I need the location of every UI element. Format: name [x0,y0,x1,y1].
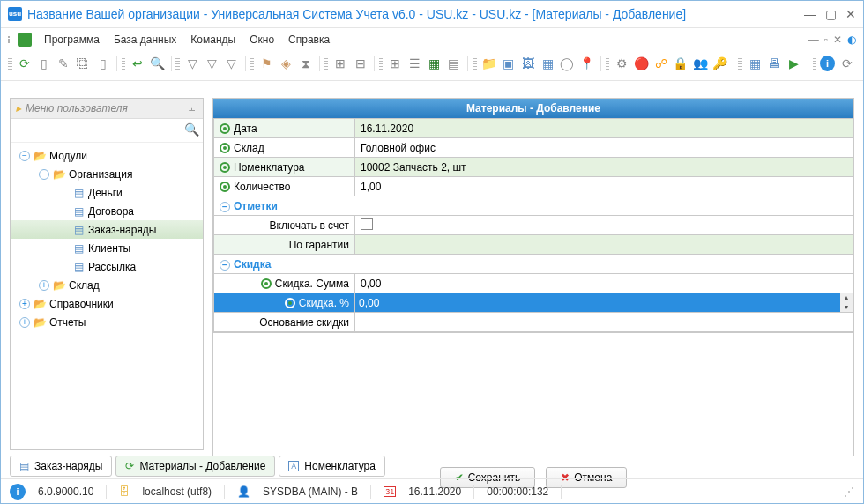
tb-pin-icon[interactable]: 📍 [578,54,596,73]
tab-orders[interactable]: ▤Заказ-наряды [10,456,112,477]
tree-item[interactable]: +▤Клиенты [11,239,203,257]
menu-help[interactable]: Справка [281,33,337,46]
tb-new-icon[interactable]: ▯ [35,54,53,73]
tb-image-icon[interactable]: 🖼 [519,54,537,73]
tb-filter-icon[interactable]: ▽ [183,54,201,73]
search-icon[interactable]: 🔍 [184,122,199,138]
label-discount-sum: Скидка. Сумма [275,278,349,290]
tree-folder[interactable]: +📂Отчеты [11,313,203,331]
tb-window-icon[interactable]: ▣ [500,54,518,73]
menu-commands[interactable]: Команды [183,33,242,46]
tb-group-icon[interactable]: ☰ [406,54,423,73]
tb-flag-icon[interactable]: ⚑ [257,54,275,73]
required-icon [285,298,295,308]
checkbox-warranty[interactable] [355,235,853,255]
value-discount-sum[interactable]: 0,00 [355,274,853,293]
menu-window[interactable]: Окно [242,33,281,46]
status-version: 6.0.9000.10 [38,485,93,498]
tb-end-icon[interactable]: ⟳ [838,54,856,73]
search-input[interactable] [14,122,184,138]
checkbox-include-bill[interactable] [355,216,853,235]
maximize-button[interactable]: ▢ [825,7,837,21]
section-marks[interactable]: −Отметки [214,196,853,216]
folder-icon: 📂 [33,298,47,310]
mdi-restore-icon[interactable]: ▫ [824,33,828,46]
tb-calc-icon[interactable]: ◯ [558,54,576,73]
value-discount-percent[interactable]: ▲▼ [355,293,853,313]
pin-icon[interactable]: ⫠ [187,102,197,115]
tree-item[interactable]: +▤Заказ-наряды [11,220,203,239]
menu-program[interactable]: Программа [37,33,107,46]
spinner-down-icon[interactable]: ▼ [840,303,853,313]
tb-filter-clear-icon[interactable]: ▽ [222,54,240,73]
tb-folder-icon[interactable]: 📁 [480,54,498,73]
tb-print-icon[interactable]: 🖶 [765,54,783,73]
mdi-help-icon[interactable]: ◐ [847,33,856,46]
tb-excel-icon[interactable]: ▦ [426,54,443,73]
tb-refresh-icon[interactable]: ⟳ [16,54,34,73]
tb-lock-icon[interactable]: 🔒 [672,54,689,73]
value-date[interactable]: 16.11.2020 [355,119,853,138]
status-date: 16.11.2020 [408,485,461,498]
tb-play-icon[interactable]: ▶ [785,54,802,73]
menu-database[interactable]: База данных [107,33,183,46]
tb-key-icon[interactable]: 🔑 [711,54,728,73]
toolbar-area: ⟳ ▯ ✎ ⿻ ▯ ↩ 🔍 ▽ ▽ ▽ ⚑ ◈ ⧗ ⊞ ⊟ ⊞ ☰ ▦ ▤ 📁 … [1,50,863,81]
folder-icon: 📂 [52,279,66,292]
tb-nav2-icon[interactable]: ⊟ [352,54,369,73]
tb-search-icon[interactable]: 🔍 [148,54,166,73]
tb-info-icon[interactable]: i [820,56,835,71]
tree-label: Клиенты [88,242,130,255]
tab-nomenclature[interactable]: АНоменклатура [279,456,385,477]
tree-item[interactable]: +▤Договора [11,202,203,220]
tb-delete-icon[interactable]: ▯ [93,54,111,73]
tb-tag-icon[interactable]: ◈ [277,54,294,73]
status-host: localhost (utf8) [142,485,212,498]
value-quantity[interactable]: 1,00 [355,177,853,196]
tree-label: Договора [88,205,134,218]
tb-map-icon[interactable]: ▦ [539,54,556,73]
tree-label: Деньги [88,187,123,199]
tb-color-icon[interactable]: 🔴 [632,54,650,73]
tb-filter2-icon[interactable]: ▽ [203,54,220,73]
close-button[interactable]: ✕ [845,7,856,21]
tb-calendar-icon[interactable]: ▦ [746,54,763,73]
tb-history-icon[interactable]: ⧗ [297,54,315,73]
minimize-button[interactable]: — [804,7,816,21]
status-user: SYSDBA (MAIN) - B [263,485,358,498]
tree-folder[interactable]: +📂Склад [11,276,203,294]
tb-export-icon[interactable]: ▤ [445,54,463,73]
tree-item[interactable]: +▤Рассылка [11,257,203,276]
spinner-up-icon[interactable]: ▲ [840,293,853,303]
value-warehouse[interactable]: Головной офис [355,138,853,158]
tree-item[interactable]: +▤Деньги [11,183,203,202]
tb-nav1-icon[interactable]: ⊞ [331,54,349,73]
value-discount-basis[interactable] [355,313,853,332]
tree-folder[interactable]: +📂Справочники [11,294,203,313]
status-info-icon[interactable]: i [10,484,26,500]
sidebar-search: 🔍 [11,119,203,143]
tb-edit-icon[interactable]: ✎ [55,54,72,73]
discount-percent-input[interactable] [355,295,838,311]
sidebar-header: ▸ Меню пользователя ⫠ [11,99,203,119]
tb-users-icon[interactable]: 👥 [691,54,709,73]
tb-copy-icon[interactable]: ⿻ [74,54,92,73]
folder-icon: 📂 [33,150,47,162]
resize-grip-icon[interactable]: ⋰ [844,485,854,498]
tree: −📂Модули−📂Организация+▤Деньги+▤Договора+… [11,143,203,449]
window-title: Название Вашей организации - Универсальн… [27,7,804,21]
tree-folder[interactable]: −📂Модули [11,146,203,165]
tb-rss-icon[interactable]: ☍ [652,54,670,73]
mdi-close-icon[interactable]: ✕ [833,33,842,46]
tb-back-icon[interactable]: ↩ [129,54,146,73]
tb-gear-icon[interactable]: ⚙ [613,54,630,73]
value-nomenclature[interactable]: 10002 Запчасть 2, шт [355,158,853,177]
tb-tree-icon[interactable]: ⊞ [386,54,404,73]
tab-materials-add[interactable]: ⟳Материалы - Добавление [115,456,275,477]
sidebar: ▸ Меню пользователя ⫠ 🔍 −📂Модули−📂Органи… [10,98,204,450]
item-icon: ▤ [71,187,86,199]
section-discount[interactable]: −Скидка [214,255,853,274]
label-discount-percent: Скидка. % [299,297,349,309]
tree-folder[interactable]: −📂Организация [11,165,203,183]
mdi-minimize-icon[interactable]: — [808,33,819,46]
